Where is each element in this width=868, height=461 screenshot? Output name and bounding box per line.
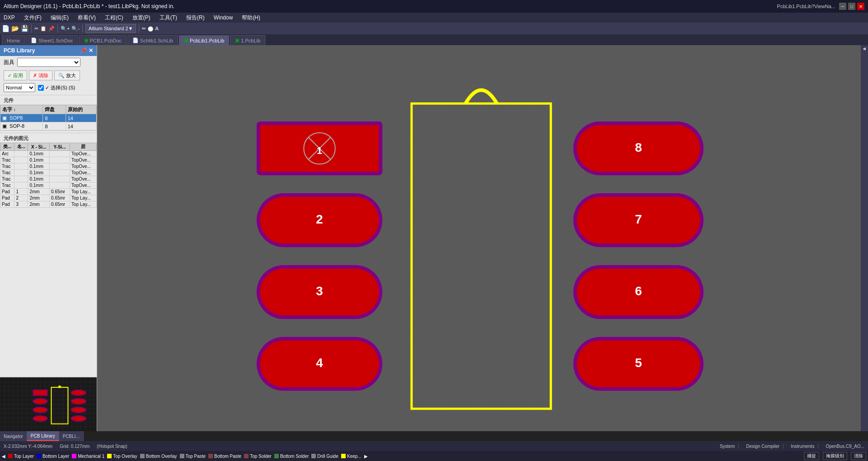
- pcb-canvas[interactable]: 1 2 3 4: [97, 45, 861, 431]
- toolbar-circle-icon[interactable]: ⬤: [148, 26, 153, 32]
- primitive-row[interactable]: Trac 0.1mm TopOve...: [0, 170, 97, 176]
- layer-bottomsolder[interactable]: Bottom Solder: [274, 454, 309, 459]
- primitive-row[interactable]: Trac 0.1mm TopOve...: [0, 182, 97, 189]
- panel-close-btn[interactable]: ✕: [89, 47, 93, 54]
- primitive-row[interactable]: Trac 0.1mm TopOve...: [0, 176, 97, 182]
- layer-top[interactable]: Top Layer: [8, 454, 34, 459]
- primitive-row[interactable]: Pad 2 2mm 0.65mr Top Lay...: [0, 195, 97, 201]
- toolbar-new-icon[interactable]: 📄: [2, 25, 9, 32]
- pad-2[interactable]: 2: [257, 193, 382, 247]
- tab-pcbdoc[interactable]: ▣ PCB1.PcbDoc: [79, 35, 127, 45]
- primitive-row[interactable]: Pad 3 2mm 0.65mr Top Lay...: [0, 201, 97, 208]
- apply-button[interactable]: ✓ 应用: [4, 70, 27, 80]
- layer-mech1[interactable]: Mechanical 1: [72, 454, 104, 459]
- layer-next-btn[interactable]: ▶: [364, 454, 368, 459]
- menu-file[interactable]: 文件(F): [22, 13, 43, 23]
- pad-1[interactable]: 1: [257, 121, 382, 175]
- close-button[interactable]: ✕: [857, 3, 864, 10]
- menu-reports[interactable]: 报告(R): [184, 13, 206, 23]
- altium-standard-dropdown[interactable]: Altium Standard 2▼: [85, 24, 136, 33]
- menu-dxp[interactable]: DXP: [2, 14, 17, 22]
- select-checkbox[interactable]: [38, 85, 44, 91]
- layer-bottomsolder-dot: [274, 454, 279, 458]
- pcb-canvas-area[interactable]: 1 2 3 4: [97, 45, 861, 431]
- pad-8[interactable]: 8: [573, 121, 704, 175]
- tab-schsheet[interactable]: 📄 Sheet1.SchDoc: [26, 35, 78, 45]
- tab-pcblib-label: PcbLib1.PcbLib: [190, 38, 224, 43]
- primitive-row[interactable]: Trac 0.1mm TopOve...: [0, 163, 97, 170]
- pad-4[interactable]: 4: [257, 337, 382, 391]
- toolbar-open-icon[interactable]: 📂: [11, 25, 19, 32]
- bottom-tab-pcbli[interactable]: PCBLI...: [59, 431, 84, 441]
- svg-text:2: 2: [316, 212, 323, 226]
- layer-top-dot: [8, 454, 13, 458]
- layer-bottompaste-dot: [208, 454, 213, 458]
- toolbar-zoomout-icon[interactable]: 🔍-: [71, 26, 80, 32]
- maximize-button[interactable]: □: [848, 3, 855, 10]
- layer-bottompaste[interactable]: Bottom Paste: [208, 454, 241, 459]
- zoom-button[interactable]: 🔍 放大: [54, 70, 80, 80]
- snap-info: (Hotspot Snap): [97, 444, 127, 449]
- toolbar: 📄 📂 💾 ✂ 📋 📌 🔍+ 🔍- Altium Standard 2▼ ✏ ⬤…: [0, 23, 868, 34]
- mask-select[interactable]: [17, 58, 80, 67]
- svg-text:7: 7: [635, 212, 642, 226]
- menu-tools[interactable]: 工具(T): [158, 13, 179, 23]
- tab-pcbdoc-label: PCB1.PcbDoc: [90, 38, 122, 43]
- components-section: 元件 名字 ↕ 焊盘 原始的: [0, 93, 97, 130]
- bottom-tabs: Navigator PCB Library PCBLI...: [0, 431, 84, 441]
- menu-project[interactable]: 工程(C): [103, 13, 125, 23]
- pad-6[interactable]: 6: [573, 265, 704, 319]
- layer-drillguide[interactable]: Drill Guide: [311, 454, 338, 459]
- pad-7[interactable]: 7: [573, 193, 704, 247]
- component-row-sop8[interactable]: ▣ SOP8 8 14: [0, 114, 97, 122]
- component-row-sop-8[interactable]: ▣ SOP-8 8 14: [0, 122, 97, 130]
- toolbar-copy-icon[interactable]: 📋: [40, 26, 47, 32]
- select-checkbox-label[interactable]: ✓ 选择(S) (S): [38, 84, 75, 91]
- status-system[interactable]: System: [720, 444, 739, 449]
- toolbar-pencil-icon[interactable]: ✏: [142, 26, 146, 32]
- toolbar-save-icon[interactable]: 💾: [21, 25, 28, 32]
- menu-edit[interactable]: 编辑(E): [49, 13, 70, 23]
- layer-toppaste[interactable]: Top Paste: [180, 454, 206, 459]
- pad-5[interactable]: 5: [573, 337, 704, 391]
- layer-prev-btn[interactable]: ◀: [2, 454, 5, 459]
- menu-window[interactable]: Window: [212, 14, 235, 22]
- menu-help[interactable]: 帮助(H): [240, 13, 262, 23]
- primitives-title: 元件的图元: [0, 133, 97, 143]
- normal-dropdown[interactable]: Normal: [4, 83, 35, 92]
- layer-topoverlay[interactable]: Top Overlay: [107, 454, 137, 459]
- toolbar-paste-icon[interactable]: 📌: [48, 26, 55, 32]
- panel-pin-btn[interactable]: 📌: [80, 47, 87, 54]
- minimize-button[interactable]: ─: [839, 3, 846, 10]
- primitive-row[interactable]: Arc 0.1mm TopOve...: [0, 151, 97, 157]
- tab-home[interactable]: Home: [2, 35, 25, 45]
- layer-topsolder[interactable]: Top Solder: [244, 454, 272, 459]
- sort-name-icon[interactable]: ↕: [14, 107, 16, 112]
- clear-btn[interactable]: 清除: [851, 452, 866, 460]
- tab-pcblib[interactable]: ▣ PcbLib1.PcbLib: [179, 35, 229, 45]
- layer-bottom[interactable]: Bottom Layer: [37, 454, 69, 459]
- clear-button[interactable]: ✗ 清除: [29, 70, 52, 80]
- toolbar-zoomin-icon[interactable]: 🔍+: [61, 26, 70, 32]
- toolbar-cut-icon[interactable]: ✂: [34, 26, 38, 32]
- tab-pcblib2[interactable]: ▣ 1.PcbLib: [230, 35, 265, 45]
- pad-3[interactable]: 3: [257, 265, 382, 319]
- menu-place[interactable]: 放置(P): [131, 13, 152, 23]
- mask-level-btn[interactable]: 掩膜级别: [823, 452, 847, 460]
- layer-keep-dot: [341, 454, 346, 458]
- capture-btn[interactable]: 捕捉: [804, 452, 819, 460]
- bottom-tab-navigator[interactable]: Navigator: [0, 431, 27, 441]
- status-design-compiler[interactable]: Design Compiler: [746, 444, 784, 449]
- mask-label: 面具: [4, 59, 14, 66]
- status-instruments[interactable]: Instruments: [791, 444, 818, 449]
- primitive-row[interactable]: Pad 1 2mm 0.65mr Top Lay...: [0, 189, 97, 195]
- menu-view[interactable]: 察看(V): [76, 13, 98, 23]
- layer-keep[interactable]: Keep...: [341, 454, 361, 459]
- primitive-row[interactable]: Trac 0.1mm TopOve...: [0, 157, 97, 163]
- bottom-tab-pcblib[interactable]: PCB Library: [27, 431, 59, 441]
- svg-rect-1: [97, 59, 861, 418]
- tab-schlib[interactable]: 📄 Schlib1.SchLib: [127, 35, 178, 45]
- layer-bottomoverlay[interactable]: Bottom Overlay: [140, 454, 177, 459]
- toolbar-text-icon[interactable]: A: [155, 26, 158, 31]
- layer-mech1-label: Mechanical 1: [78, 454, 104, 459]
